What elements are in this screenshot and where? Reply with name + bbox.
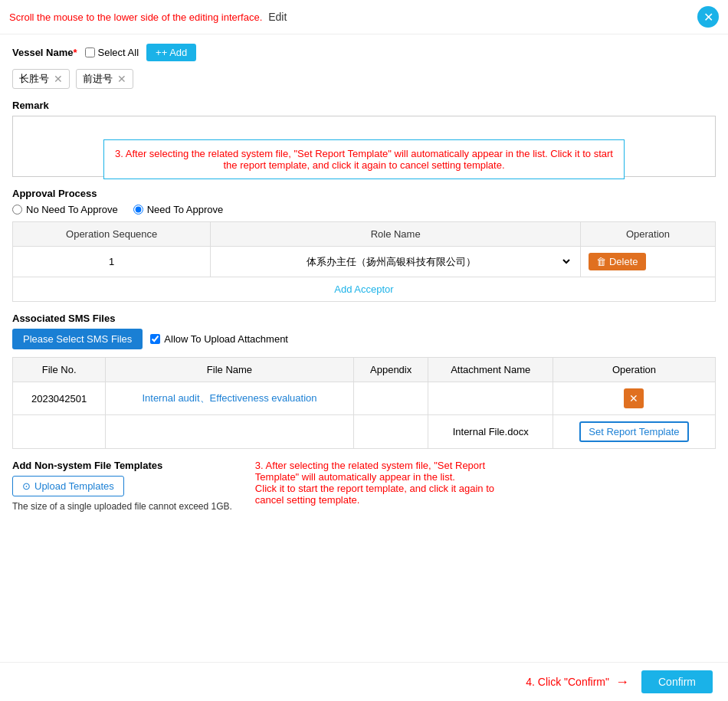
nonsystem-tooltip: 3. After selecting the related system fi… xyxy=(255,460,494,506)
sms-section: Associated SMS Files Please Select SMS F… xyxy=(12,313,716,449)
edit-label: Edit xyxy=(268,11,287,23)
file-no-1: 2023042501 xyxy=(13,382,106,415)
top-bar-left: Scroll the mouse to the lower side of th… xyxy=(9,11,287,23)
select-all-label: Select All xyxy=(98,47,139,58)
file-name-1: Internal audit、Effectiveness evaluation xyxy=(106,382,354,415)
col-role: Role Name xyxy=(211,222,581,247)
vessel-tag-2-close[interactable]: ✕ xyxy=(117,73,126,85)
set-report-button[interactable]: Set Report Template xyxy=(579,421,688,442)
file-operation-2: Set Report Template xyxy=(553,415,715,449)
close-button[interactable]: ✕ xyxy=(697,6,719,28)
vessel-name-label: Vessel Name* xyxy=(12,47,77,58)
vessel-row: Vessel Name* Select All + + Add xyxy=(12,44,716,61)
file-row-1: 2023042501 Internal audit、Effectiveness … xyxy=(13,382,716,415)
file-attachment-2: Internal File.docx xyxy=(428,415,553,449)
size-note: The size of a single uploaded file canno… xyxy=(12,501,232,512)
approval-row-1: 1 体系办主任（扬州高银科技有限公司） 🗑 Delete xyxy=(13,247,716,277)
files-col-no: File No. xyxy=(13,358,106,382)
file-delete-button-1[interactable]: ✕ xyxy=(624,388,644,408)
role-cell: 体系办主任（扬州高银科技有限公司） xyxy=(211,247,581,277)
step4-text: 4. Click "Confirm" → xyxy=(526,674,629,690)
files-col-name: File Name xyxy=(106,358,354,382)
add-acceptor-link[interactable]: Add Acceptor xyxy=(334,283,393,295)
file-appendix-1 xyxy=(353,382,428,415)
approval-table: Operation Sequence Role Name Operation 1… xyxy=(12,221,716,277)
remark-box[interactable]: 3. After selecting the related system fi… xyxy=(12,116,716,177)
need-approve-label: Need To Approve xyxy=(147,204,224,215)
vessel-tag-2-name: 前进号 xyxy=(83,72,113,86)
operation-cell: 🗑 Delete xyxy=(580,247,715,277)
sms-row: Please Select SMS Files Allow To Upload … xyxy=(12,329,716,349)
vessel-tags-row: 长胜号 ✕ 前进号 ✕ xyxy=(12,69,716,89)
select-all-checkbox[interactable] xyxy=(85,47,95,57)
nonsystem-label: Add Non-system File Templates xyxy=(12,460,232,471)
remark-tooltip: 3. After selecting the related system fi… xyxy=(103,139,625,179)
sequence-cell: 1 xyxy=(13,247,211,277)
file-link-1[interactable]: Internal audit、Effectiveness evaluation xyxy=(142,392,316,404)
add-vessel-button[interactable]: + + Add xyxy=(146,44,196,61)
no-approve-label: No Need To Approve xyxy=(26,204,118,215)
sms-label: Associated SMS Files xyxy=(12,313,716,324)
select-all-wrap: Select All xyxy=(85,47,139,58)
delete-icon: 🗑 xyxy=(596,256,606,267)
file-attachment-1 xyxy=(428,382,553,415)
files-col-appendix: Appendix xyxy=(353,358,428,382)
upload-icon: ⊙ xyxy=(22,480,31,492)
close-icon: ✕ xyxy=(703,10,713,25)
bottom-bar: 4. Click "Confirm" → Confirm xyxy=(0,662,728,701)
need-approve-option: Need To Approve xyxy=(133,204,224,215)
approval-radio-row: No Need To Approve Need To Approve xyxy=(12,204,716,215)
file-operation-1: ✕ xyxy=(553,382,715,415)
allow-upload-checkbox[interactable] xyxy=(150,334,160,344)
files-table: File No. File Name Appendix Attachment N… xyxy=(12,357,716,449)
file-appendix-2 xyxy=(353,415,428,449)
scroll-hint: Scroll the mouse to the lower side of th… xyxy=(9,11,262,23)
file-no-2 xyxy=(13,415,106,449)
col-operation: Operation xyxy=(580,222,715,247)
top-bar: Scroll the mouse to the lower side of th… xyxy=(0,0,728,34)
upload-templates-button[interactable]: ⊙ Upload Templates xyxy=(12,476,124,496)
nonsystem-left: Add Non-system File Templates ⊙ Upload T… xyxy=(12,460,232,512)
add-acceptor-row: Add Acceptor xyxy=(12,277,716,302)
select-sms-button[interactable]: Please Select SMS Files xyxy=(12,329,143,349)
files-col-attachment: Attachment Name xyxy=(428,358,553,382)
confirm-button[interactable]: Confirm xyxy=(641,670,713,693)
need-approve-radio[interactable] xyxy=(133,205,143,215)
file-name-2 xyxy=(106,415,354,449)
vessel-tag-2: 前进号 ✕ xyxy=(76,69,133,89)
vessel-tag-1-name: 长胜号 xyxy=(19,72,49,86)
approval-section: Approval Process No Need To Approve Need… xyxy=(12,188,716,302)
main-content: Vessel Name* Select All + + Add 长胜号 ✕ 前进… xyxy=(0,34,728,529)
col-sequence: Operation Sequence xyxy=(13,222,211,247)
delete-row-button[interactable]: 🗑 Delete xyxy=(589,253,646,270)
vessel-tag-1: 长胜号 ✕ xyxy=(12,69,70,89)
remark-label: Remark xyxy=(12,100,716,111)
no-approve-option: No Need To Approve xyxy=(12,204,118,215)
approval-label: Approval Process xyxy=(12,188,716,199)
allow-upload-label: Allow To Upload Attachment xyxy=(150,333,288,345)
vessel-tag-1-close[interactable]: ✕ xyxy=(54,73,63,85)
file-row-2: Internal File.docx Set Report Template xyxy=(13,415,716,449)
nonsystem-section: Add Non-system File Templates ⊙ Upload T… xyxy=(12,460,716,512)
files-col-operation: Operation xyxy=(553,358,715,382)
role-select[interactable]: 体系办主任（扬州高银科技有限公司） xyxy=(218,255,572,268)
plus-icon: + xyxy=(156,47,162,58)
arrow-icon: → xyxy=(615,674,629,690)
no-approve-radio[interactable] xyxy=(12,205,22,215)
